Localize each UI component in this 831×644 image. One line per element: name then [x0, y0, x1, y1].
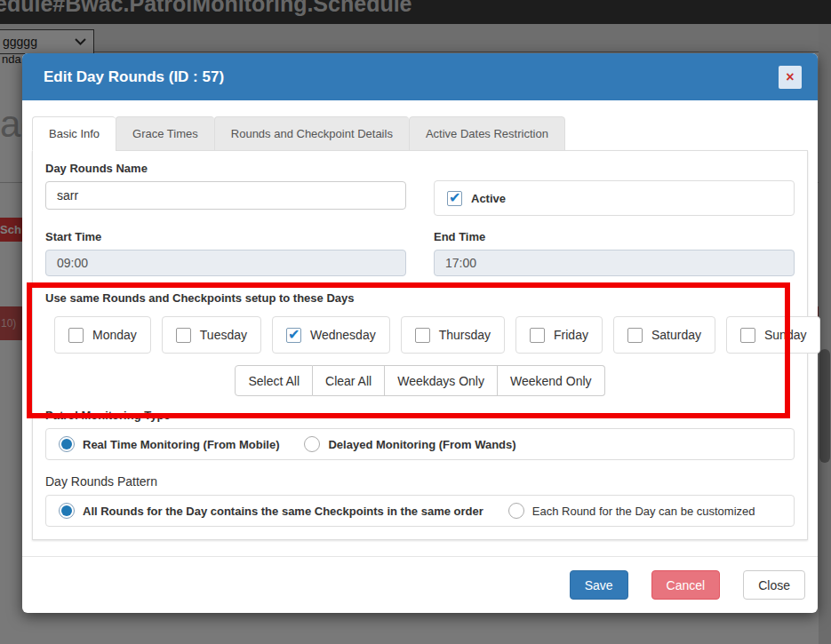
saturday-checkbox[interactable]	[627, 328, 643, 343]
day-rounds-pattern-options: All Rounds for the Day contains the same…	[45, 495, 795, 527]
end-time-label: End Time	[434, 230, 795, 243]
active-checkbox[interactable]	[447, 191, 462, 206]
dialog-body: Basic Info Grace Times Rounds and Checkp…	[22, 100, 818, 544]
start-time-label: Start Time	[45, 230, 406, 243]
tuesday-checkbox[interactable]	[176, 328, 191, 343]
day-rounds-name-input[interactable]	[45, 181, 406, 210]
select-all-button[interactable]: Select All	[235, 365, 313, 396]
edit-day-rounds-dialog: Edit Day Rounds (ID : 57) × Basic Info G…	[22, 53, 818, 613]
day-select-button-group: Select All Clear All Weekdays Only Weeke…	[235, 365, 604, 396]
dialog-title: Edit Day Rounds (ID : 57)	[44, 68, 224, 86]
same-checkpoints-radio[interactable]	[59, 503, 75, 519]
close-icon[interactable]: ×	[779, 66, 802, 89]
monday-checkbox[interactable]	[68, 328, 84, 343]
save-button[interactable]: Save	[570, 570, 628, 600]
days-row: Monday Tuesday Wednesday Thursday Friday	[54, 316, 795, 354]
dialog-header: Edit Day Rounds (ID : 57) ×	[22, 53, 818, 100]
day-rounds-name-label: Day Rounds Name	[45, 162, 406, 175]
day-checkbox-tuesday[interactable]: Tuesday	[162, 316, 261, 354]
start-time-input[interactable]	[45, 250, 406, 276]
weekdays-only-button[interactable]: Weekdays Only	[385, 365, 498, 396]
basic-info-panel: Day Rounds Name Active Start Time End Ti…	[32, 150, 808, 540]
close-button[interactable]: Close	[743, 570, 805, 600]
thursday-checkbox[interactable]	[415, 328, 430, 343]
day-checkbox-friday[interactable]: Friday	[515, 316, 603, 354]
dialog-footer: Save Cancel Close	[22, 556, 818, 613]
wednesday-checkbox[interactable]	[286, 328, 301, 343]
radio-real-time-monitoring[interactable]: Real Time Monitoring (From Mobile)	[59, 436, 279, 452]
customized-rounds-radio[interactable]	[508, 503, 524, 519]
day-rounds-pattern-label: Day Rounds Pattern	[45, 474, 795, 489]
tab-bar: Basic Info Grace Times Rounds and Checkp…	[32, 116, 808, 151]
tab-grace-times[interactable]: Grace Times	[116, 116, 214, 151]
day-checkbox-thursday[interactable]: Thursday	[401, 316, 505, 354]
same-setup-days-label: Use same Rounds and Checkpoints setup to…	[45, 291, 795, 305]
day-checkbox-sunday[interactable]: Sunday	[726, 316, 820, 354]
radio-same-checkpoints[interactable]: All Rounds for the Day contains the same…	[59, 503, 483, 519]
end-time-input[interactable]	[434, 250, 795, 276]
real-time-radio[interactable]	[59, 436, 75, 452]
active-checkbox-container[interactable]: Active	[434, 180, 795, 216]
patrol-monitoring-options: Real Time Monitoring (From Mobile) Delay…	[45, 428, 795, 460]
friday-checkbox[interactable]	[530, 328, 545, 343]
sunday-checkbox[interactable]	[740, 328, 755, 343]
day-checkbox-monday[interactable]: Monday	[54, 316, 151, 354]
active-label: Active	[471, 192, 506, 205]
tab-basic-info[interactable]: Basic Info	[32, 116, 116, 151]
radio-customized-rounds[interactable]: Each Round for the Day can be customized	[508, 503, 755, 519]
tab-active-dates-restriction[interactable]: Active Dates Restriction	[409, 116, 565, 151]
delayed-radio[interactable]	[304, 436, 320, 452]
tab-rounds-checkpoint-details[interactable]: Rounds and Checkpoint Details	[214, 116, 409, 151]
cancel-button[interactable]: Cancel	[651, 570, 721, 600]
weekend-only-button[interactable]: Weekend Only	[498, 365, 605, 396]
day-checkbox-saturday[interactable]: Saturday	[613, 316, 715, 354]
radio-delayed-monitoring[interactable]: Delayed Monitoring (From Wands)	[304, 436, 515, 452]
day-checkbox-wednesday[interactable]: Wednesday	[272, 316, 390, 354]
clear-all-button[interactable]: Clear All	[313, 365, 385, 396]
patrol-monitoring-type-label: Patrol Monitoring Type	[45, 409, 795, 422]
